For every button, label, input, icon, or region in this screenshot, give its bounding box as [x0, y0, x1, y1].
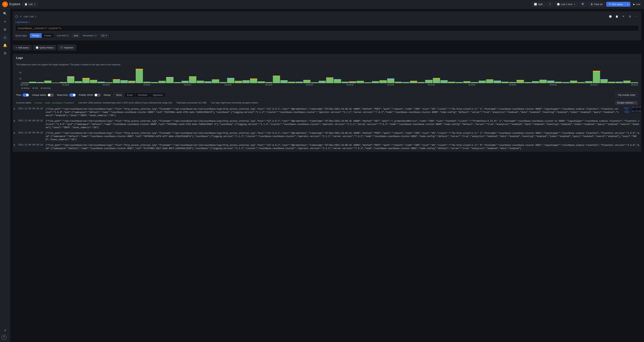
log-row-toggle[interactable]: ▶: [13, 142, 17, 148]
escape-notice-text: Your logs might have incorrectly escaped…: [211, 102, 258, 104]
sidebar-item-add[interactable]: +: [2, 18, 9, 25]
query-delete-icon[interactable]: 🗑: [627, 14, 632, 19]
share-icon: ↗: [549, 3, 551, 6]
clear-all-button[interactable]: 🗑 Clear all: [588, 2, 605, 7]
run-icon: ↻: [609, 3, 611, 6]
flip-results-button[interactable]: Flip results order: [615, 92, 638, 98]
time-range-indicator: 00:30:19—00:29:00: [632, 106, 641, 112]
live-button[interactable]: ▶ Live: [632, 2, 642, 6]
bar-group: [418, 69, 425, 83]
time-range-button[interactable]: 🕐 Last 1 hour ▼: [554, 2, 578, 7]
x-label: 00:29:00: [22, 84, 28, 86]
logs-title: Logs: [13, 54, 641, 62]
sidebar-item-explore[interactable]: ◎: [2, 34, 9, 41]
toggle-knob: [95, 94, 97, 96]
x-label: 00:29:10: [103, 84, 110, 86]
play-icon: ▶: [633, 3, 635, 6]
grafana-logo[interactable]: [2, 2, 8, 7]
sidebar-item-settings[interactable]: ⚙: [2, 50, 9, 57]
time-control: Time: [16, 94, 29, 97]
query-history-button[interactable]: 🕐 Query history: [33, 45, 56, 50]
add-query-button[interactable]: + Add query: [13, 45, 32, 50]
x-label: 00:29:40: [346, 84, 354, 86]
run-query-dropdown[interactable]: ▼: [625, 2, 630, 6]
sidebar-item-alerts[interactable]: 🔔: [2, 42, 9, 49]
bar-group: [387, 69, 394, 83]
bar-group: [440, 69, 448, 83]
sidebar-item-profile[interactable]: ↗: [2, 327, 9, 334]
history-icon: 🕐: [36, 46, 38, 49]
bar-group: [616, 69, 623, 83]
sidebar-item-help[interactable]: ?: [2, 335, 6, 340]
query-input[interactable]: {couchbase__cluster=".cluster"}: [15, 25, 639, 31]
resolution-label: Resolution ⓘ: [83, 34, 97, 37]
chart-legend: debug info warning: [16, 86, 638, 90]
time-label: Time: [16, 94, 21, 96]
datasource-selector[interactable]: 📋 Loki ▼: [22, 2, 38, 6]
wrap-lines-label: Wrap lines: [57, 94, 68, 96]
wrap-lines-toggle[interactable]: [69, 94, 76, 97]
bar-group: [120, 69, 128, 83]
log-row-toggle[interactable]: ▶: [13, 118, 17, 123]
legend-warning: warning: [41, 87, 50, 89]
x-label: 00:30:10: [590, 84, 598, 86]
bar-group: [486, 69, 493, 83]
resolution-select[interactable]: 1/1 ▼: [100, 33, 109, 38]
y-mid: 25: [16, 78, 22, 80]
logs-controls: Time Unique labels Wrap lines Prettify J…: [13, 90, 641, 99]
breadcrumb-link[interactable]: Log browser: [15, 21, 28, 24]
line-limit-input[interactable]: auto: [72, 33, 80, 38]
total-bytes: Total bytes processed: 56.4 MB: [176, 102, 206, 104]
query-options: Query type Range Instant Line limit ⓘ au…: [15, 33, 639, 38]
time-toggle[interactable]: [22, 94, 29, 97]
bar-group: [37, 69, 44, 83]
dedup-exact[interactable]: Exact: [124, 93, 136, 97]
bar-group: [136, 69, 143, 83]
query-copy-icon[interactable]: 📋: [614, 14, 619, 19]
bar-group: [250, 69, 257, 83]
sidebar-item-dashboard[interactable]: ⊞: [2, 26, 9, 33]
split-button[interactable]: ⬜ Split: [532, 2, 545, 7]
share-button[interactable]: ↗: [546, 2, 553, 7]
bar-group: [273, 69, 280, 83]
x-label: 00:29:20: [184, 84, 191, 86]
zoom-button[interactable]: 🔍: [579, 2, 587, 7]
unique-labels-label: Unique labels: [32, 94, 46, 96]
bar-group: [60, 69, 67, 83]
inspector-button[interactable]: ⓘ Inspector: [58, 45, 76, 50]
bar-group: [342, 69, 349, 83]
bar-group: [623, 69, 630, 83]
bar-group: [547, 69, 554, 83]
label-cluster: .cluster: [33, 102, 43, 104]
bar-group: [128, 69, 135, 83]
bar-group: [258, 69, 265, 83]
plus-icon: +: [16, 46, 17, 49]
bar-group: [67, 69, 74, 83]
sidebar-item-search[interactable]: 🔍: [2, 10, 9, 17]
escape-newlines-button[interactable]: Escape newlines ⚠: [615, 101, 638, 105]
unique-labels-toggle[interactable]: [48, 94, 54, 97]
prettify-json-toggle[interactable]: [94, 94, 101, 97]
dedup-signature[interactable]: Signature: [150, 93, 166, 97]
run-query-button[interactable]: ↻ Run query: [606, 2, 625, 6]
query-type-toggle: Range Instant: [30, 33, 54, 38]
query-more-icon[interactable]: ⋯: [634, 14, 639, 19]
dedup-none[interactable]: None: [114, 93, 124, 97]
query-text: {couchbase__cluster=".cluster"}: [18, 27, 61, 30]
breadcrumb-separator: ›: [29, 21, 30, 24]
bar-group: [395, 69, 402, 83]
query-eye-icon[interactable]: 👁: [621, 14, 626, 19]
bar-group: [197, 69, 204, 83]
log-row-toggle[interactable]: ▶: [13, 106, 17, 111]
dedup-numbers[interactable]: Numbers: [136, 93, 150, 97]
bar-group: [364, 69, 372, 83]
bar-group: [242, 69, 250, 83]
query-header: A Loki Loki ) 🕐 📋 👁 🗑 ⋯: [15, 14, 639, 19]
instant-button[interactable]: Instant: [42, 33, 54, 38]
log-row-toggle[interactable]: ▶: [13, 130, 17, 135]
bar-group: [303, 69, 310, 83]
range-button[interactable]: Range: [30, 33, 42, 38]
clear-icon: 🗑: [590, 3, 593, 6]
prettify-json-label: Prettify JSON: [79, 94, 93, 96]
query-history-icon[interactable]: 🕐: [608, 14, 613, 19]
